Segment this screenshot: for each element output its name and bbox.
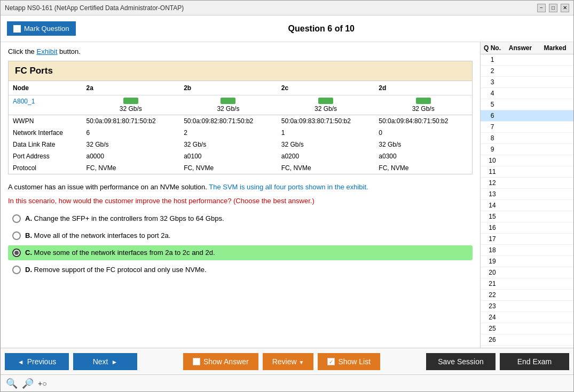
sidebar-marked: [538, 134, 572, 142]
sidebar-row[interactable]: 20: [481, 267, 573, 278]
sidebar-row[interactable]: 9: [481, 144, 573, 155]
sidebar-marked: [538, 201, 572, 210]
maximize-button[interactable]: □: [549, 4, 557, 12]
sidebar-qno: 1: [482, 55, 503, 64]
port-icon-2b: 32 Gb/s: [184, 98, 273, 113]
sidebar-qno: 24: [482, 313, 503, 322]
table-row-netif: Network Interface 6 2 1 0: [9, 127, 472, 139]
col-2c: 2c: [277, 81, 375, 95]
sidebar-row[interactable]: 6: [481, 110, 573, 122]
portaddr-2a: a0000: [82, 150, 180, 162]
sidebar-row[interactable]: 19: [481, 256, 573, 267]
show-list-button[interactable]: ✓ Show List: [318, 353, 380, 370]
sidebar-row[interactable]: 24: [481, 312, 573, 323]
sidebar-row[interactable]: 7: [481, 122, 573, 133]
answer-option-c[interactable]: C. Move some of the network interfaces f…: [8, 245, 473, 260]
sidebar-row[interactable]: 14: [481, 200, 573, 211]
next-label: Next: [93, 357, 108, 366]
col-marked-header: Marked: [538, 44, 572, 52]
sidebar-row[interactable]: 18: [481, 245, 573, 256]
port-connector-2a: [123, 98, 138, 104]
sidebar-row[interactable]: 22: [481, 290, 573, 301]
sidebar-qno: 11: [482, 167, 503, 176]
sidebar-row[interactable]: 25: [481, 323, 573, 334]
sidebar-qno: 22: [482, 291, 503, 299]
sidebar-row[interactable]: 4: [481, 88, 573, 99]
sidebar-row[interactable]: 16: [481, 222, 573, 234]
answer-option-d[interactable]: D. Remove support of the FC protocol and…: [8, 262, 473, 277]
sidebar-qno: 26: [482, 335, 503, 344]
close-button[interactable]: ✕: [561, 4, 569, 12]
sidebar-marked: [538, 179, 572, 187]
port-icon-2a: 32 Gb/s: [87, 98, 176, 113]
sidebar-qno: 4: [482, 89, 503, 98]
sidebar-qno: 10: [482, 156, 503, 165]
sidebar-qno: 5: [482, 100, 503, 109]
sidebar-row[interactable]: 15: [481, 211, 573, 222]
zoom-out-button[interactable]: 🔍: [6, 378, 18, 389]
title-bar: Netapp NS0-161 (NetApp Certified Data Ad…: [1, 1, 573, 15]
radio-a[interactable]: [12, 214, 21, 223]
zoom-in-button[interactable]: +○: [38, 379, 47, 388]
previous-label: Previous: [27, 357, 56, 366]
radio-b[interactable]: [12, 231, 21, 240]
protocol-2d: FC, NVMe: [374, 162, 472, 174]
sidebar-qno: 17: [482, 235, 503, 243]
show-answer-button[interactable]: Show Answer: [183, 353, 258, 370]
show-list-icon: ✓: [327, 358, 335, 365]
portaddr-2c: a0200: [277, 150, 375, 162]
sidebar-row[interactable]: 2: [481, 66, 573, 77]
netif-2d: 0: [374, 127, 472, 139]
sidebar-qno: 6: [482, 111, 503, 120]
question-text-1: A customer has an issue with performance…: [8, 182, 473, 193]
review-label: Review: [272, 357, 297, 366]
answer-label-b: B. Move all of the network interfaces to…: [25, 231, 170, 239]
wwpn-2c: 50:0a:09:83:80:71:50:b2: [277, 115, 375, 127]
review-button[interactable]: Review ▼: [263, 353, 314, 370]
previous-button[interactable]: Previous: [5, 353, 69, 370]
mark-question-button[interactable]: Mark Question: [7, 21, 76, 36]
sidebar-answer: [503, 223, 538, 232]
answer-option-a[interactable]: A. Change the SFP+ in the controllers fr…: [8, 211, 473, 226]
question-text-2: In this scenario, how would the customer…: [8, 197, 473, 205]
sidebar-marked: [538, 257, 572, 266]
sidebar-answer: [503, 257, 538, 266]
node-name[interactable]: A800_1: [13, 98, 35, 105]
radio-c[interactable]: [12, 249, 21, 257]
sidebar-row[interactable]: 5: [481, 99, 573, 110]
sidebar-row[interactable]: 13: [481, 189, 573, 200]
zoom-reset-button[interactable]: 🔎: [22, 378, 34, 389]
sidebar-qno: 19: [482, 257, 503, 266]
sidebar-row[interactable]: 8: [481, 133, 573, 144]
exhibit-table: FC Ports Node 2a 2b 2c 2d A800_1: [8, 61, 473, 174]
end-exam-button[interactable]: End Exam: [500, 353, 569, 370]
portaddr-2d: a0300: [374, 150, 472, 162]
sidebar-row[interactable]: 23: [481, 301, 573, 312]
sidebar-answer: [503, 179, 538, 187]
exhibit-link[interactable]: Exhibit: [36, 47, 57, 55]
answer-option-b[interactable]: B. Move all of the network interfaces to…: [8, 228, 473, 243]
port-icon-2c: 32 Gb/s: [281, 98, 371, 113]
portaddr-2b: a0100: [179, 150, 277, 162]
sidebar-row[interactable]: 21: [481, 278, 573, 290]
sidebar-row[interactable]: 3: [481, 77, 573, 88]
radio-d[interactable]: [12, 266, 21, 274]
sidebar-row[interactable]: 26: [481, 334, 573, 346]
wwpn-2d: 50:0a:09:84:80:71:50:b2: [374, 115, 472, 127]
zoom-bar: 🔍 🔎 +○: [1, 374, 573, 391]
sidebar-row[interactable]: 1: [481, 54, 573, 66]
minimize-button[interactable]: −: [537, 4, 546, 12]
port-icon-2d: 32 Gb/s: [379, 98, 468, 113]
window-controls: − □ ✕: [537, 4, 569, 12]
sidebar-row[interactable]: 11: [481, 166, 573, 178]
sidebar-row[interactable]: 12: [481, 178, 573, 189]
answer-label-d: D. Remove support of the FC protocol and…: [25, 266, 207, 274]
sidebar-answer: [503, 190, 538, 198]
sidebar-answer: [503, 201, 538, 210]
exhibit-table-title: FC Ports: [9, 61, 472, 81]
save-session-button[interactable]: Save Session: [426, 353, 496, 370]
col-2d: 2d: [374, 81, 472, 95]
next-button[interactable]: Next: [73, 353, 137, 370]
sidebar-row[interactable]: 10: [481, 155, 573, 166]
sidebar-row[interactable]: 17: [481, 234, 573, 245]
